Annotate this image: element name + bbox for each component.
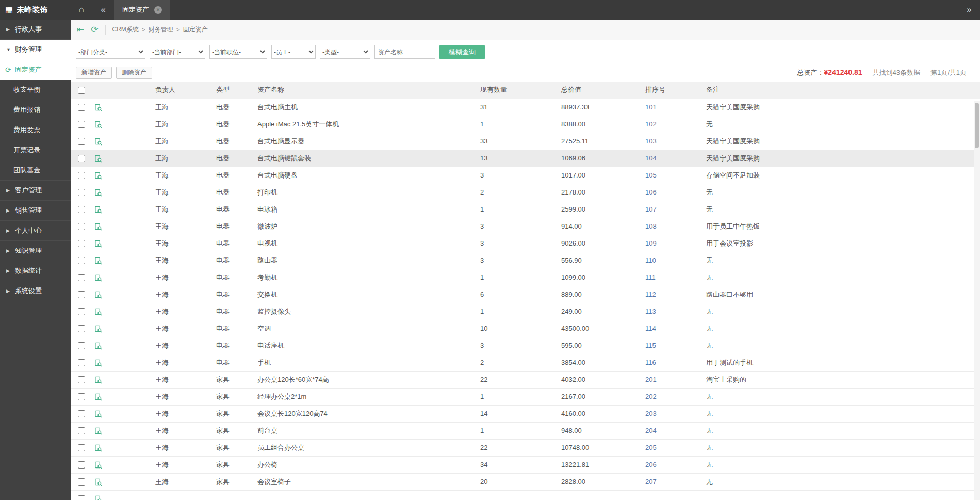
row-checkbox[interactable] (78, 478, 85, 486)
sidebar-item-固定资产[interactable]: ⟳固定资产 (0, 60, 71, 80)
row-checkbox[interactable] (78, 495, 85, 500)
tab-fixed-assets[interactable]: 固定资产 ✕ (114, 0, 170, 20)
row-checkbox[interactable] (78, 427, 85, 434)
home-button[interactable]: ⌂ (71, 0, 92, 20)
sidebar-item-销售管理[interactable]: ▶销售管理 (0, 201, 71, 221)
cell-total-value: 10748.00 (558, 439, 642, 456)
view-asset-icon[interactable] (94, 478, 102, 486)
view-asset-icon[interactable] (94, 188, 102, 196)
fuzzy-query-button[interactable]: 模糊查询 (439, 45, 485, 59)
filter-select-1[interactable]: -当前部门- (150, 45, 205, 59)
add-asset-button[interactable]: 新增资产 (76, 67, 112, 79)
delete-asset-button[interactable]: 删除资产 (116, 67, 152, 79)
view-asset-icon[interactable] (94, 222, 102, 230)
view-asset-icon[interactable] (94, 495, 102, 500)
vertical-scrollbar[interactable] (974, 101, 980, 500)
row-checkbox[interactable] (78, 104, 85, 111)
sidebar-item-客户管理[interactable]: ▶客户管理 (0, 181, 71, 201)
view-asset-icon[interactable] (94, 154, 102, 162)
sidebar-item-费用报销[interactable]: 费用报销 (0, 100, 71, 120)
column-header-备注: 备注 (703, 82, 980, 99)
row-checkbox[interactable] (78, 155, 85, 162)
tabs-scroll-right-button[interactable]: » (958, 0, 980, 20)
filter-select-2[interactable]: -当前职位- (209, 45, 267, 59)
row-checkbox[interactable] (78, 325, 85, 332)
row-checkbox[interactable] (78, 240, 85, 247)
row-checkbox[interactable] (78, 172, 85, 179)
cell-total-value: 249.00 (558, 303, 642, 320)
row-checkbox[interactable] (78, 189, 85, 196)
view-asset-icon[interactable] (94, 376, 102, 383)
sidebar-item-知识管理[interactable]: ▶知识管理 (0, 241, 71, 261)
sidebar-item-团队基金[interactable]: 团队基金 (0, 160, 71, 181)
row-checkbox[interactable] (78, 291, 85, 298)
row-checkbox[interactable] (78, 206, 85, 213)
cell-sort-number: 106 (642, 184, 703, 201)
cell-total-value: 948.00 (558, 422, 642, 439)
view-asset-icon[interactable] (94, 120, 102, 128)
filter-select-3[interactable]: -员工- (271, 45, 316, 59)
view-asset-icon[interactable] (94, 273, 102, 281)
view-asset-icon[interactable] (94, 256, 102, 264)
refresh-icon[interactable]: ⟳ (91, 25, 98, 34)
filter-select-4[interactable]: -类型- (320, 45, 370, 59)
view-asset-icon[interactable] (94, 103, 102, 111)
filter-bar: -部门分类--当前部门--当前职位--员工--类型- 模糊查询 (71, 40, 980, 63)
cell-owner: 王海 (152, 439, 213, 456)
view-asset-icon[interactable] (94, 444, 102, 451)
view-asset-icon[interactable] (94, 410, 102, 417)
row-checkbox[interactable] (78, 410, 85, 417)
sidebar-item-个人中心[interactable]: ▶个人中心 (0, 221, 71, 241)
table-row: 王海电器空调1043500.00114无 (71, 320, 980, 337)
cell-quantity: 31 (477, 99, 558, 116)
row-checkbox[interactable] (78, 444, 85, 451)
view-asset-icon[interactable] (94, 393, 102, 400)
row-checkbox[interactable] (78, 393, 85, 400)
collapse-sidebar-icon[interactable]: ⇤ (77, 25, 84, 34)
view-asset-icon[interactable] (94, 427, 102, 434)
cell-quantity: 1 (477, 388, 558, 405)
select-all-checkbox[interactable] (78, 87, 85, 94)
row-checkbox[interactable] (78, 274, 85, 281)
cell-note: 无 (703, 337, 980, 354)
sidebar-item-收支平衡[interactable]: 收支平衡 (0, 80, 71, 100)
sidebar-item-财务管理[interactable]: ▼财务管理 (0, 40, 71, 60)
cell-asset-name: 前台桌 (254, 422, 477, 439)
asset-name-input[interactable] (374, 45, 435, 59)
view-asset-icon[interactable] (94, 205, 102, 213)
scrollbar-thumb[interactable] (975, 103, 979, 148)
view-asset-icon[interactable] (94, 291, 102, 298)
view-asset-icon[interactable] (94, 137, 102, 145)
sidebar-item-开票记录[interactable]: 开票记录 (0, 140, 71, 160)
row-checkbox[interactable] (78, 461, 85, 469)
cell-asset-name: 交换机 (254, 286, 477, 303)
view-asset-icon[interactable] (94, 359, 102, 366)
row-checkbox[interactable] (78, 308, 85, 315)
cell-sort-number: 108 (642, 218, 703, 235)
sidebar-item-数据统计[interactable]: ▶数据统计 (0, 261, 71, 281)
cell-type: 电器 (213, 320, 254, 337)
row-checkbox[interactable] (78, 223, 85, 230)
cell-sort-number: 105 (642, 167, 703, 184)
sidebar-item-行政人事[interactable]: ▶行政人事 (0, 20, 71, 40)
view-asset-icon[interactable] (94, 308, 102, 315)
view-asset-icon[interactable] (94, 239, 102, 247)
breadcrumb-item[interactable]: 财务管理 (149, 25, 173, 34)
view-asset-icon[interactable] (94, 325, 102, 332)
tabs-scroll-left-button[interactable]: « (92, 0, 114, 20)
row-checkbox[interactable] (78, 257, 85, 264)
row-checkbox[interactable] (78, 342, 85, 349)
cell-note: 无 (703, 320, 980, 337)
row-checkbox[interactable] (78, 359, 85, 366)
row-checkbox[interactable] (78, 138, 85, 145)
view-asset-icon[interactable] (94, 342, 102, 349)
view-asset-icon[interactable] (94, 461, 102, 469)
row-checkbox[interactable] (78, 121, 85, 128)
breadcrumb-item[interactable]: 固定资产 (183, 25, 208, 34)
sidebar-item-费用发票[interactable]: 费用发票 (0, 120, 71, 140)
row-checkbox[interactable] (78, 376, 85, 383)
sidebar-item-系统设置[interactable]: ▶系统设置 (0, 281, 71, 301)
view-asset-icon[interactable] (94, 171, 102, 179)
filter-select-0[interactable]: -部门分类- (76, 45, 145, 59)
tab-close-icon[interactable]: ✕ (154, 6, 162, 14)
